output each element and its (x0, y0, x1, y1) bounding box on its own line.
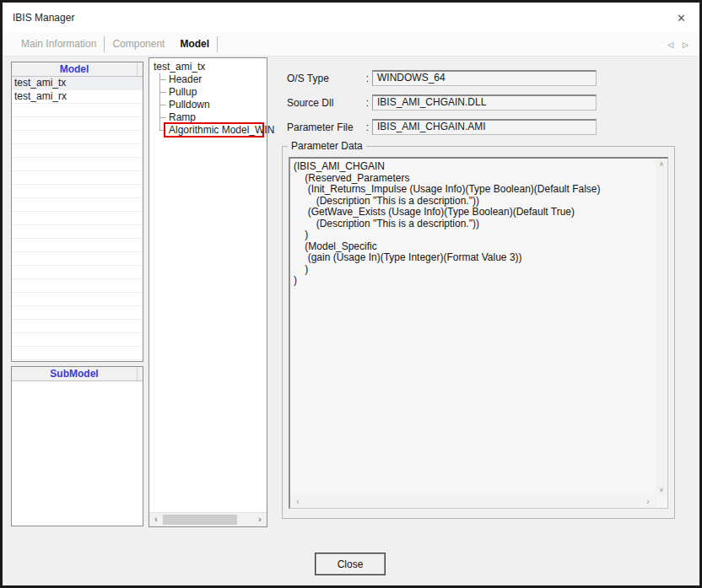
submodel-list-header-label: SubModel (12, 367, 137, 380)
source-dll-field[interactable]: IBIS_AMI_CHGAIN.DLL (372, 94, 597, 111)
tree-item-pulldown[interactable]: Pulldown (152, 99, 267, 111)
submodel-list-panel: SubModel (11, 366, 143, 526)
tab-component[interactable]: Component (105, 36, 172, 52)
os-type-row: O/S Type : WINDOWS_64 (287, 70, 597, 86)
source-dll-colon: : (366, 97, 369, 109)
parameter-data-group-label: Parameter Data (288, 140, 366, 152)
tree-scrollbar-thumb[interactable] (163, 515, 237, 525)
tab-model[interactable]: Model (172, 36, 218, 52)
model-list-item-test-ami-rx[interactable]: test_ami_rx (12, 90, 143, 104)
os-type-colon: : (366, 73, 369, 84)
tree-root-test-ami-tx[interactable]: test_ami_tx (152, 61, 267, 73)
close-button[interactable]: Close (315, 553, 386, 575)
parameter-data-horizontal-scrollbar[interactable]: ‹ › (290, 496, 656, 508)
close-icon[interactable]: ✕ (673, 12, 689, 24)
scroll-left-icon[interactable]: ‹ (149, 513, 163, 526)
submodel-list-header-gutter (137, 367, 143, 380)
tree-item-header[interactable]: Header (152, 73, 267, 86)
tab-main-information[interactable]: Main Information (14, 36, 105, 52)
scroll-left-icon[interactable]: ‹ (292, 496, 304, 508)
model-list-header-label: Model (12, 62, 137, 76)
source-dll-row: Source Dll : IBIS_AMI_CHGAIN.DLL (287, 94, 597, 111)
scroll-right-icon[interactable]: › (253, 513, 267, 526)
model-list-panel: Model test_ami_tx test_ami_rx (11, 62, 143, 362)
tab-bar: Main Information Component Model ◁ ▷ (3, 33, 699, 57)
tree-item-algorithmic-model-win[interactable]: Algorithmic Model_WIN (152, 124, 267, 137)
submodel-list-body (12, 381, 143, 526)
scroll-down-icon[interactable]: ∨ (656, 484, 667, 496)
tree-item-pullup[interactable]: Pullup (152, 86, 267, 99)
source-dll-label: Source Dll : (287, 97, 369, 109)
tree-children: Header Pullup Pulldown Ramp Algorithmic … (152, 73, 267, 137)
tree-horizontal-scrollbar[interactable]: ‹ › (149, 512, 267, 526)
title-bar: IBIS Manager ✕ (3, 3, 699, 33)
os-type-label: O/S Type : (287, 73, 369, 84)
parameter-file-label: Parameter File : (287, 121, 369, 133)
parameter-data-groupbox: Parameter Data (IBIS_AMI_CHGAIN (Reserve… (282, 146, 675, 519)
window-title: IBIS Manager (13, 12, 74, 24)
model-list-header: Model (12, 62, 143, 77)
close-button-label: Close (338, 558, 364, 570)
parameter-data-textarea[interactable]: (IBIS_AMI_CHGAIN (Reserved_Parameters (I… (289, 157, 668, 509)
tab-scroll-right-icon[interactable]: ▷ (683, 40, 688, 49)
parameter-file-field[interactable]: IBIS_AMI_CHGAIN.AMI (372, 119, 597, 135)
parameter-file-colon: : (366, 121, 369, 133)
model-list-item-test-ami-tx[interactable]: test_ami_tx (12, 77, 143, 90)
model-tree-panel: test_ami_tx Header Pullup Pulldown Ramp … (148, 57, 267, 527)
submodel-list-header: SubModel (12, 367, 143, 381)
tree-item-ramp[interactable]: Ramp (152, 111, 267, 124)
tab-scroll-arrows: ◁ ▷ (667, 40, 688, 49)
os-type-label-text: O/S Type (287, 73, 329, 84)
parameter-data-vertical-scrollbar[interactable]: ∧ ∨ (656, 159, 667, 496)
scroll-right-icon[interactable]: › (642, 496, 654, 508)
parameter-file-row: Parameter File : IBIS_AMI_CHGAIN.AMI (287, 119, 597, 135)
source-dll-label-text: Source Dll (287, 97, 333, 109)
scroll-up-icon[interactable]: ∧ (656, 159, 667, 170)
parameter-data-content[interactable]: (IBIS_AMI_CHGAIN (Reserved_Parameters (I… (294, 161, 653, 494)
model-list-header-gutter (137, 62, 143, 76)
tree-item-algorithmic-model-win-label: Algorithmic Model_WIN (169, 124, 274, 136)
ibis-manager-window: IBIS Manager ✕ Main Information Componen… (0, 0, 702, 588)
os-type-field[interactable]: WINDOWS_64 (372, 70, 597, 86)
model-list-empty-rows (12, 104, 143, 361)
tab-scroll-left-icon[interactable]: ◁ (667, 40, 673, 49)
parameter-file-label-text: Parameter File (287, 121, 354, 133)
